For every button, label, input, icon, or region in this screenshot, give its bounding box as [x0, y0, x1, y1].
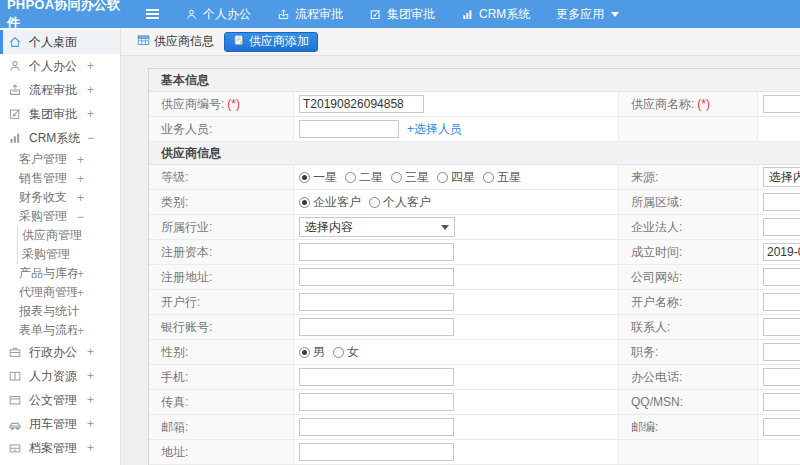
nav-item-2[interactable]: 集团审批	[369, 6, 435, 23]
field-label: 成立时间:	[631, 244, 682, 261]
field-input[interactable]	[763, 418, 800, 436]
sidebar-item-6[interactable]: 人力资源+	[0, 364, 120, 388]
radio-circle[interactable]	[483, 172, 494, 183]
field-input[interactable]	[763, 268, 800, 286]
radio-circle[interactable]	[299, 347, 310, 358]
sidebar-subitem-2[interactable]: 财务收支+	[0, 188, 120, 207]
field-input[interactable]	[763, 193, 800, 211]
field-input[interactable]	[299, 318, 454, 336]
topbar: PHPOA协同办公软件 个人办公流程审批集团审批CRM系统更多应用	[0, 0, 800, 28]
radio-circle[interactable]	[299, 197, 310, 208]
field-input[interactable]	[299, 293, 454, 311]
nav-item-4[interactable]: 更多应用	[556, 6, 619, 23]
expand-toggle[interactable]: +	[87, 107, 94, 121]
expand-toggle[interactable]: +	[87, 441, 94, 455]
expand-toggle[interactable]: +	[77, 191, 84, 205]
radio-option[interactable]: 五星	[483, 169, 521, 186]
nav-item-label: 个人办公	[203, 6, 251, 23]
field-input[interactable]	[763, 243, 800, 261]
radio-circle[interactable]	[369, 197, 380, 208]
field-select[interactable]: 选择内容	[763, 167, 800, 187]
sidebar-item-5[interactable]: 行政办公+	[0, 340, 120, 364]
form-row: 性别:男女职务:	[149, 340, 800, 365]
radio-circle[interactable]	[391, 172, 402, 183]
field-input[interactable]	[299, 418, 454, 436]
nav-item-label: CRM系统	[479, 6, 530, 23]
field-input[interactable]	[763, 218, 800, 236]
field-input[interactable]	[299, 120, 399, 138]
expand-toggle[interactable]: +	[77, 324, 84, 338]
nav-item-0[interactable]: 个人办公	[185, 6, 251, 23]
field-input[interactable]	[763, 368, 800, 386]
expand-toggle[interactable]: +	[77, 267, 84, 281]
field-input[interactable]	[763, 393, 800, 411]
radio-option[interactable]: 女	[333, 344, 359, 361]
field-label-cell: 所属区域:	[619, 190, 758, 214]
field-input[interactable]	[299, 243, 454, 261]
form-row: 银行账号:联系人:	[149, 315, 800, 340]
hamburger-menu-icon[interactable]	[146, 9, 159, 19]
field-input[interactable]	[763, 95, 800, 113]
sidebar-subitem-0[interactable]: 客户管理+	[0, 150, 120, 169]
radio-option[interactable]: 四星	[437, 169, 475, 186]
sidebar-subitem-5[interactable]: 代理商管理+	[0, 283, 120, 302]
sidebar-subitem-6[interactable]: 报表与统计	[0, 302, 120, 321]
field-input[interactable]	[299, 368, 454, 386]
radio-circle[interactable]	[299, 172, 310, 183]
radio-option[interactable]: 男	[299, 344, 325, 361]
sidebar-item-label: 个人桌面	[29, 34, 77, 51]
field-input[interactable]	[299, 443, 454, 461]
radio-option[interactable]: 三星	[391, 169, 429, 186]
expand-toggle[interactable]: +	[87, 369, 94, 383]
field-input[interactable]	[763, 293, 800, 311]
briefcase-icon	[8, 345, 22, 359]
sidebar-subitem-4[interactable]: 产品与库存+	[0, 264, 120, 283]
expand-toggle[interactable]: −	[77, 210, 84, 224]
sidebar-item-3[interactable]: 集团审批+	[0, 102, 120, 126]
radio-option[interactable]: 企业客户	[299, 194, 361, 211]
edit-icon	[369, 8, 382, 21]
expand-toggle[interactable]: −	[87, 131, 94, 145]
expand-toggle[interactable]: +	[77, 286, 84, 300]
radio-option[interactable]: 一星	[299, 169, 337, 186]
radio-circle[interactable]	[437, 172, 448, 183]
sidebar-item-0[interactable]: 个人桌面	[0, 30, 120, 54]
field-input[interactable]	[299, 95, 424, 113]
form-row: 业务人员:+选择人员	[149, 117, 800, 142]
tab-supplier-add[interactable]: 供应商添加	[224, 32, 318, 52]
sidebar-subsubitem-0[interactable]: 供应商管理	[18, 226, 120, 245]
sidebar-item-1[interactable]: 个人办公+	[0, 54, 120, 78]
radio-circle[interactable]	[345, 172, 356, 183]
expand-toggle[interactable]: +	[77, 153, 84, 167]
radio-option[interactable]: 二星	[345, 169, 383, 186]
sidebar-item-9[interactable]: 档案管理+	[0, 436, 120, 460]
expand-toggle[interactable]: +	[87, 393, 94, 407]
expand-toggle[interactable]: +	[87, 59, 94, 73]
radio-option[interactable]: 个人客户	[369, 194, 431, 211]
expand-toggle[interactable]: +	[87, 417, 94, 431]
sidebar-item-8[interactable]: 用车管理+	[0, 412, 120, 436]
expand-toggle[interactable]: +	[87, 83, 94, 97]
sidebar-item-2[interactable]: 流程审批+	[0, 78, 120, 102]
sidebar-item-4[interactable]: CRM系统−	[0, 126, 120, 150]
sidebar-subitem-7[interactable]: 表单与流程设置+	[0, 321, 120, 340]
nav-item-3[interactable]: CRM系统	[461, 6, 530, 23]
field-input[interactable]	[763, 343, 800, 361]
sidebar-subsubitem-1[interactable]: 采购管理	[18, 245, 120, 264]
radio-circle[interactable]	[333, 347, 344, 358]
field-cell	[294, 290, 619, 314]
expand-toggle[interactable]: +	[77, 172, 84, 186]
expand-toggle[interactable]: +	[87, 345, 94, 359]
field-input[interactable]	[763, 318, 800, 336]
field-select[interactable]: 选择内容	[299, 217, 455, 237]
field-input[interactable]	[299, 393, 454, 411]
sidebar-subitem-1[interactable]: 销售管理+	[0, 169, 120, 188]
tab-supplier-info[interactable]: 供应商信息	[137, 33, 214, 50]
select-person-link[interactable]: +选择人员	[407, 121, 462, 138]
sidebar-subsubitem-label: 采购管理	[22, 246, 70, 263]
field-input[interactable]	[299, 268, 454, 286]
sidebar-item-7[interactable]: 公文管理+	[0, 388, 120, 412]
nav-item-1[interactable]: 流程审批	[277, 6, 343, 23]
caret-down-icon	[441, 225, 449, 230]
sidebar-subitem-3[interactable]: 采购管理−	[0, 207, 120, 226]
